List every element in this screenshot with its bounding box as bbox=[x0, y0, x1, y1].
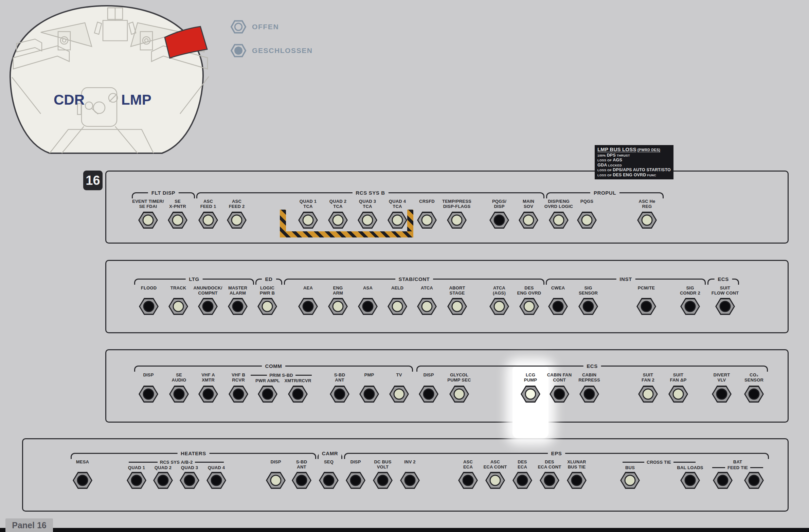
breaker-xmtr-rcvr[interactable]: XMTR/RCVR bbox=[279, 372, 317, 402]
breaker-label: MESA bbox=[64, 459, 102, 464]
breaker-label-line: BUS bbox=[611, 465, 649, 470]
breaker-hex-icon bbox=[138, 212, 158, 229]
breaker-hex-icon bbox=[636, 298, 656, 315]
bottom-bar bbox=[0, 528, 809, 532]
breaker-hex-icon bbox=[458, 472, 478, 489]
warning-line: LOSS OFAGS bbox=[598, 158, 671, 162]
breaker-label-line: QUAD 4 bbox=[197, 465, 235, 470]
breaker-hex-icon bbox=[228, 385, 248, 402]
breaker-open-indicator bbox=[231, 215, 242, 226]
breaker-suit-fan-p[interactable]: SUITFAN ΔP bbox=[659, 372, 697, 402]
breaker-open-indicator bbox=[490, 475, 501, 486]
breaker-label-line: SUIT bbox=[706, 285, 744, 290]
breaker-hex-icon bbox=[292, 472, 311, 489]
breaker-open-indicator bbox=[624, 475, 636, 486]
breaker-asc-feed-2[interactable]: ASCFEED 2 bbox=[218, 199, 256, 229]
breaker-closed-indicator bbox=[748, 475, 760, 486]
breaker-abort-stage[interactable]: ABORTSTAGE bbox=[438, 285, 476, 315]
breaker-glycol-pump-sec[interactable]: GLYCOLPUMP SEC bbox=[440, 372, 478, 402]
breaker-bat-feed-tie-2[interactable] bbox=[735, 459, 773, 489]
breaker-hex-icon bbox=[298, 298, 318, 315]
warning-text: LOCKED bbox=[608, 164, 621, 167]
breaker-suit-flow-cont[interactable]: SUITFLOW CONT bbox=[706, 285, 744, 315]
group-label: ECS bbox=[714, 276, 732, 282]
breaker-label: BUS bbox=[611, 465, 649, 470]
breaker-hex-icon bbox=[550, 385, 569, 402]
warning-text: GDA bbox=[598, 163, 607, 168]
breaker-hex-icon bbox=[358, 212, 377, 229]
breaker-co-sensor[interactable]: CO₂SENSOR bbox=[735, 372, 773, 402]
breaker-mesa[interactable]: MESA bbox=[64, 459, 102, 489]
breaker-label-line: STAGE bbox=[438, 290, 476, 295]
breaker-closed-indicator bbox=[720, 301, 731, 312]
panel-16-tab[interactable]: Panel 16 bbox=[5, 518, 53, 532]
breaker-cabin-repress[interactable]: CABINREPRESS bbox=[570, 372, 608, 402]
breaker-closed-indicator bbox=[544, 475, 555, 486]
breaker-closed-indicator bbox=[463, 475, 474, 486]
breaker-open-indicator bbox=[494, 301, 505, 312]
breaker-label-line: CONDR 2 bbox=[671, 290, 709, 295]
breaker-closed-indicator bbox=[517, 475, 528, 486]
breaker-hex-icon bbox=[168, 212, 188, 229]
breaker-quad-4[interactable]: QUAD 4 bbox=[197, 459, 235, 489]
breaker-hex-icon bbox=[489, 298, 509, 315]
breaker-hex-icon bbox=[744, 385, 764, 402]
breaker-open-indicator bbox=[421, 301, 433, 312]
breaker-open-indicator bbox=[452, 301, 463, 312]
group-inst-bracket: INST bbox=[546, 278, 706, 285]
warning-text: AGS bbox=[613, 158, 622, 162]
breaker-label-line: PCM/TE bbox=[627, 285, 665, 290]
breaker-xlunar-bus-tie[interactable]: XLUNARBUS TIE bbox=[558, 459, 596, 489]
breaker-closed-indicator bbox=[158, 475, 169, 486]
breaker-label-line: SIG bbox=[569, 285, 607, 290]
breaker-label-line: CABIN bbox=[570, 372, 608, 377]
breaker-pcm-te[interactable]: PCM/TE bbox=[627, 285, 665, 315]
breaker-label: GLYCOLPUMP SEC bbox=[440, 372, 478, 383]
breaker-label-line: FLOW CONT bbox=[706, 290, 744, 295]
breaker-closed-indicator bbox=[323, 475, 334, 486]
group-label: FLT DISP bbox=[148, 190, 179, 196]
breaker-hex-icon bbox=[298, 212, 318, 229]
breaker-closed-indicator bbox=[334, 389, 345, 400]
breaker-hex-icon bbox=[521, 385, 540, 402]
warning-text: LMP BUS LOSS bbox=[598, 147, 636, 152]
breaker-closed-indicator bbox=[377, 475, 389, 486]
breaker-hex-icon bbox=[328, 298, 348, 315]
breaker-hex-icon bbox=[73, 472, 92, 489]
breaker-hex-icon bbox=[580, 385, 599, 402]
breaker-logic-pwr-b[interactable]: LOGICPWR B bbox=[248, 285, 286, 315]
breaker-bus[interactable]: BUS bbox=[611, 459, 649, 489]
breaker-open-indicator bbox=[173, 301, 184, 312]
breaker-closed-indicator bbox=[131, 475, 142, 486]
warning-text: THRUST bbox=[617, 154, 630, 157]
breaker-hex-icon bbox=[680, 472, 700, 489]
breaker-open-indicator bbox=[394, 389, 405, 400]
breaker-open-indicator bbox=[454, 389, 465, 400]
breaker-label-line: PUMP SEC bbox=[440, 377, 478, 382]
legend-closed-row: GESCHLOSSEN bbox=[230, 43, 313, 58]
panel-16-poster: CDR LMP OFFEN GESCHLOSSEN LMP BUS LOSS(P… bbox=[0, 0, 809, 532]
breaker-hex-icon bbox=[713, 472, 733, 489]
breaker-hex-icon bbox=[680, 298, 700, 315]
warning-text: (PWRD DES) bbox=[637, 148, 660, 152]
breaker-sig-sensor[interactable]: SIGSENSOR bbox=[569, 285, 607, 315]
breaker-asc-he-reg[interactable]: ASC HeREG bbox=[628, 199, 666, 229]
breaker-hex-icon bbox=[328, 212, 348, 229]
breaker-temp-press-disp-flags[interactable]: TEMP/PRESSDISP-FLAGS bbox=[438, 199, 476, 229]
breaker-label-line: ASC He bbox=[628, 199, 666, 204]
group-eps-bracket: EPS bbox=[344, 453, 769, 459]
breaker-closed-indicator bbox=[174, 389, 185, 400]
breaker-hex-icon bbox=[417, 298, 437, 315]
breaker-open-indicator bbox=[523, 215, 534, 226]
breaker-closed-indicator bbox=[494, 215, 505, 226]
breaker-open-indicator bbox=[392, 301, 403, 312]
breaker-hex-icon bbox=[519, 298, 539, 315]
cabin-diagram: CDR LMP bbox=[8, 2, 212, 158]
breaker-label-line: MESA bbox=[64, 459, 102, 464]
breaker-hex-icon bbox=[169, 298, 188, 315]
breaker-closed-indicator bbox=[583, 301, 594, 312]
breaker-pqgs[interactable]: PQGS bbox=[568, 199, 606, 229]
breaker-hex-icon bbox=[744, 472, 764, 489]
breaker-sig-condr-2[interactable]: SIGCONDR 2 bbox=[671, 285, 709, 315]
breaker-inv-2[interactable]: INV 2 bbox=[391, 459, 429, 489]
